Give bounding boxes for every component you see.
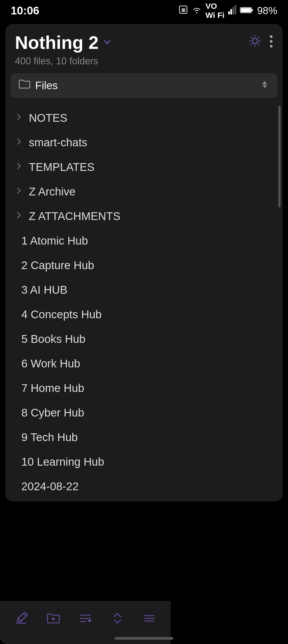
list-item-work-hub[interactable]: 6 Work Hub	[5, 351, 283, 376]
list-item-label: Z ATTACHMENTS	[29, 210, 121, 223]
battery-icon	[240, 5, 253, 16]
list-item-label: 8 Cyber Hub	[21, 406, 84, 419]
status-time: 10:06	[11, 4, 39, 17]
list-area: NOTESsmart-chatsTEMPLATESZ ArchiveZ ATTA…	[5, 103, 283, 501]
list-item-label: 2 Capture Hub	[21, 259, 94, 272]
home-indicator	[115, 637, 173, 640]
chevron-right-icon	[16, 137, 22, 148]
header-title-row: Nothing 2	[15, 32, 112, 53]
files-selector[interactable]: Files	[11, 73, 277, 98]
list-item-home-hub[interactable]: 7 Home Hub	[5, 376, 283, 400]
svg-point-9	[270, 35, 273, 38]
list-item-z-attachments[interactable]: Z ATTACHMENTS	[5, 204, 283, 229]
list-item-ai-hub[interactable]: 3 AI HUB	[5, 278, 283, 302]
list-item-books-hub[interactable]: 5 Books Hub	[5, 327, 283, 351]
header: Nothing 2	[5, 24, 283, 73]
settings-icon[interactable]	[248, 34, 262, 51]
main-card: Nothing 2	[5, 24, 283, 501]
vault-title[interactable]: Nothing 2	[15, 32, 99, 53]
list-item-label: 5 Books Hub	[21, 333, 85, 345]
chevron-right-icon	[16, 113, 22, 123]
signal-icon	[228, 5, 236, 17]
list-item-z-archive[interactable]: Z Archive	[5, 179, 283, 204]
list-item-label: NOTES	[29, 112, 67, 124]
svg-point-11	[270, 45, 273, 48]
chevron-right-icon	[16, 211, 22, 222]
svg-rect-2	[228, 11, 230, 14]
list-item-learning-hub[interactable]: 10 Learning Hub	[5, 450, 283, 474]
list-item-tech-hub[interactable]: 9 Tech Hub	[5, 425, 283, 450]
list-item-atomic-hub[interactable]: 1 Atomic Hub	[5, 229, 283, 253]
scrollbar[interactable]	[278, 106, 281, 207]
header-top: Nothing 2	[15, 32, 273, 53]
sort-selector-icon[interactable]	[260, 80, 269, 91]
files-left: Files	[19, 79, 58, 92]
svg-rect-5	[235, 5, 236, 14]
list-item-label: 4 Concepts Hub	[21, 308, 102, 321]
folder-icon	[19, 79, 30, 92]
svg-rect-8	[241, 8, 251, 12]
more-options-icon[interactable]	[269, 34, 273, 50]
list-item-label: 7 Home Hub	[21, 382, 84, 395]
status-icons: ⊞ VOWi Fi 98%	[178, 2, 277, 20]
files-label: Files	[35, 80, 58, 92]
list-item-smart-chats[interactable]: smart-chats	[5, 130, 283, 155]
vault-dropdown-icon[interactable]	[102, 37, 112, 50]
list-item-notes[interactable]: NOTES	[5, 106, 283, 130]
chevron-right-icon	[16, 162, 22, 172]
list-item-label: 6 Work Hub	[21, 357, 80, 370]
svg-rect-4	[233, 7, 234, 14]
list-item-label: smart-chats	[29, 136, 87, 149]
status-bar: 10:06 ⊞ VOWi Fi	[0, 0, 288, 21]
svg-rect-7	[251, 9, 253, 11]
list-item-label: Z Archive	[29, 185, 75, 198]
list-item-label: 10 Learning Hub	[21, 455, 104, 468]
list-item-label: 3 AI HUB	[21, 284, 67, 296]
wifi-icon	[192, 5, 202, 16]
svg-rect-3	[230, 9, 232, 14]
list-item-label: TEMPLATES	[29, 161, 95, 174]
chevron-right-icon	[16, 186, 22, 197]
list-item-cyber-hub[interactable]: 8 Cyber Hub	[5, 400, 283, 425]
list-item-label: 1 Atomic Hub	[21, 234, 88, 247]
svg-text:⊞: ⊞	[181, 7, 185, 13]
list-item-label: 9 Tech Hub	[21, 431, 78, 444]
list-item-date-entry[interactable]: 2024-08-22	[5, 474, 283, 499]
wifi-calling-icon: ⊞	[178, 5, 188, 17]
svg-point-10	[270, 40, 273, 43]
list-item-label: 2024-08-22	[21, 480, 79, 493]
vault-subtitle: 400 files, 10 folders	[15, 56, 273, 67]
list-item-capture-hub[interactable]: 2 Capture Hub	[5, 253, 283, 278]
list-item-concepts-hub[interactable]: 4 Concepts Hub	[5, 302, 283, 327]
battery-percentage: 98%	[257, 5, 277, 17]
header-actions	[248, 34, 273, 51]
list-item-templates[interactable]: TEMPLATES	[5, 155, 283, 179]
vowifi-icon: VOWi Fi	[206, 2, 225, 20]
